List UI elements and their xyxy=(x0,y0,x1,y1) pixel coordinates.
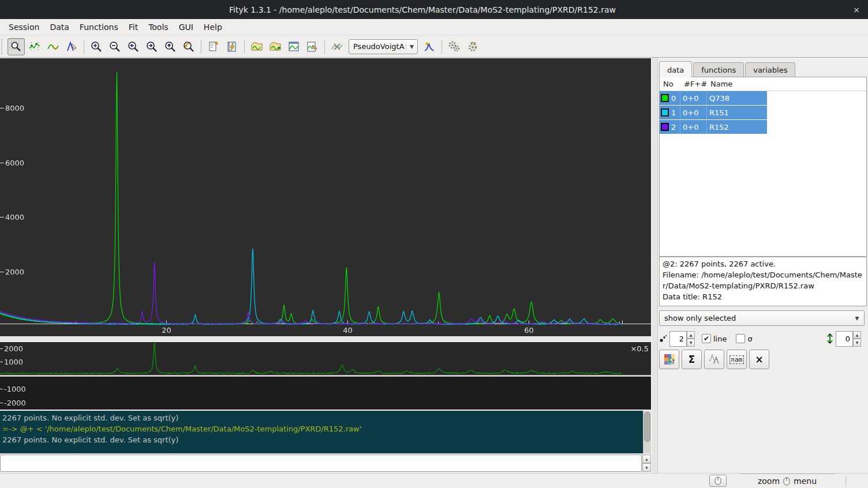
dataset-color-swatch[interactable] xyxy=(661,108,669,117)
point-size-icon xyxy=(659,334,667,343)
sum-button[interactable]: Σ xyxy=(682,350,702,369)
point-size-value[interactable] xyxy=(669,331,687,347)
console-line-command: =-> @+ < '/home/aleplo/test/Documents/Ch… xyxy=(2,423,641,434)
data-table-button[interactable] xyxy=(285,38,302,55)
zoom-mode-button[interactable] xyxy=(8,38,25,55)
sidebar-tabs: data functions variables xyxy=(659,61,796,77)
info-title: Data title: R152 xyxy=(663,291,863,302)
crossed-curve-icon xyxy=(331,40,343,53)
rename-label: nam xyxy=(729,355,744,364)
plot-column: ×0.5 2267 points. No explicit std. dev. … xyxy=(0,58,651,473)
zoom-right-button[interactable] xyxy=(143,38,160,55)
dataset-color-swatch[interactable] xyxy=(661,123,669,131)
toolbar-separator xyxy=(84,40,84,54)
dataset-fcount: 0+0 xyxy=(680,106,707,119)
strip-background-button[interactable] xyxy=(328,38,346,55)
console-scrollbar[interactable] xyxy=(643,411,651,453)
sigma-checkbox[interactable] xyxy=(736,334,745,343)
main-plot-canvas[interactable] xyxy=(0,58,651,337)
toolbar-separator xyxy=(201,40,201,54)
script-editor-button[interactable] xyxy=(223,38,241,55)
sigma-checkbox-label: σ xyxy=(747,335,752,343)
mouse-hint-button[interactable] xyxy=(709,475,727,487)
fit-run-button[interactable] xyxy=(446,38,463,55)
history-up-button[interactable]: ▲ xyxy=(642,455,651,463)
menu-help[interactable]: Help xyxy=(199,20,227,34)
menu-tools[interactable]: Tools xyxy=(143,20,174,34)
auto-add-peak-button[interactable] xyxy=(421,38,438,55)
add-peak-mode-button[interactable] xyxy=(63,38,80,55)
baseline-curve-icon xyxy=(47,40,59,53)
toolbar-grip[interactable] xyxy=(1,39,5,54)
spin-up-button[interactable]: ▲ xyxy=(853,331,861,339)
table-row[interactable]: 1 0+0 R151 xyxy=(660,106,767,120)
load-data-button[interactable] xyxy=(248,38,265,55)
horizontal-splitter[interactable] xyxy=(0,336,651,342)
spin-down-button[interactable]: ▼ xyxy=(853,339,861,347)
dataset-fcount: 0+0 xyxy=(680,91,707,105)
console-scrollbar-thumb[interactable] xyxy=(644,412,650,442)
zoom-in-select-button[interactable] xyxy=(88,38,105,55)
peak-plus-icon xyxy=(423,40,436,53)
baseline-mode-button[interactable] xyxy=(44,38,62,55)
show-filter-dropdown[interactable]: show only selected ▼ xyxy=(659,310,865,326)
dataset-buttons: Σ nam × xyxy=(659,350,769,369)
vertical-splitter[interactable] xyxy=(651,58,658,473)
table-row[interactable]: 0 0+0 Q738 xyxy=(660,91,767,106)
title-bar[interactable]: Fityk 1.3.1 - /home/aleplo/test/Document… xyxy=(0,0,868,19)
zoom-out-select-button[interactable] xyxy=(106,38,124,55)
zoom-left-arrow-icon xyxy=(127,40,140,53)
y-shift-spinner[interactable]: ▲ ▼ xyxy=(836,331,861,347)
dataset-no: 0 xyxy=(671,94,676,103)
data-editor-button[interactable] xyxy=(205,38,222,55)
delete-label: × xyxy=(755,354,763,365)
copy-function-button[interactable] xyxy=(704,350,724,369)
menu-data[interactable]: Data xyxy=(44,20,74,34)
tab-data[interactable]: data xyxy=(659,61,692,77)
table-row[interactable]: 2 0+0 R152 xyxy=(660,120,767,134)
magnifier-icon xyxy=(10,40,23,53)
zoom-out-icon xyxy=(108,40,121,53)
line-checkbox[interactable]: ✔ xyxy=(702,334,711,343)
close-button[interactable]: × xyxy=(845,5,868,14)
tab-variables[interactable]: variables xyxy=(745,62,795,77)
dataset-no: 1 xyxy=(671,108,676,117)
menu-functions[interactable]: Functions xyxy=(74,20,124,34)
y-shift-icon xyxy=(826,333,833,344)
toolbar: PseudoVoigtA ▼ xyxy=(0,36,868,58)
rename-button[interactable]: nam xyxy=(727,350,747,369)
console-lines: 2267 points. No explicit std. dev. Set a… xyxy=(0,411,643,453)
zoom-previous-button[interactable] xyxy=(180,38,197,55)
point-size-spinner[interactable]: ▲ ▼ xyxy=(669,331,695,347)
function-type-combobox[interactable]: PseudoVoigtA ▼ xyxy=(349,39,418,54)
toolbar-separator xyxy=(324,40,325,54)
color-palette-button[interactable] xyxy=(659,350,679,369)
notebook-bolt-icon xyxy=(226,40,238,53)
tab-functions[interactable]: functions xyxy=(693,62,744,77)
history-down-button[interactable]: ▼ xyxy=(642,463,651,472)
append-data-button[interactable] xyxy=(267,38,284,55)
line-checkbox-label: line xyxy=(713,335,727,343)
filter-value: show only selected xyxy=(660,314,850,322)
window-title: Fityk 1.3.1 - /home/aleplo/test/Document… xyxy=(0,5,845,14)
header-name: Name xyxy=(707,80,767,88)
edit-transform-button[interactable] xyxy=(304,38,321,55)
window-curve-icon xyxy=(287,40,300,53)
spin-up-button[interactable]: ▲ xyxy=(687,331,695,339)
menu-gui[interactable]: GUI xyxy=(174,20,199,34)
y-shift-value[interactable] xyxy=(836,331,853,347)
spin-down-button[interactable]: ▼ xyxy=(687,339,695,347)
zoom-vertical-button[interactable] xyxy=(162,38,179,55)
zoom-right-arrow-icon xyxy=(145,40,158,53)
dataset-name: R151 xyxy=(707,106,767,119)
command-input[interactable] xyxy=(0,455,642,472)
data-range-mode-button[interactable] xyxy=(26,38,43,55)
fit-continue-button[interactable] xyxy=(464,38,481,55)
delete-dataset-button[interactable]: × xyxy=(749,350,769,369)
aux-plot-canvas[interactable] xyxy=(0,342,651,410)
dataset-color-swatch[interactable] xyxy=(661,94,669,102)
zoom-left-button[interactable] xyxy=(125,38,142,55)
menu-fit[interactable]: Fit xyxy=(124,20,143,34)
table-header: No #F+# Name xyxy=(660,77,866,91)
menu-session[interactable]: Session xyxy=(3,20,44,34)
